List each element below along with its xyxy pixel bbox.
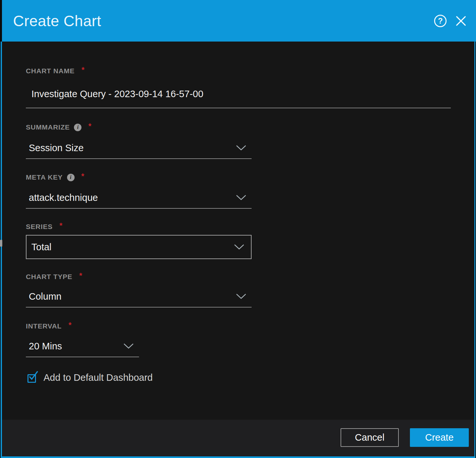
chevron-down-icon bbox=[236, 145, 246, 151]
field-meta-key: META KEY i * bbox=[26, 173, 84, 182]
chart-type-value: Column bbox=[29, 291, 62, 302]
required-asterisk: * bbox=[79, 272, 82, 280]
cancel-button[interactable]: Cancel bbox=[341, 428, 399, 447]
interval-label: INTERVAL bbox=[26, 322, 62, 330]
field-chart-name: CHART NAME * bbox=[26, 66, 84, 76]
dashboard-checkbox-label: Add to Default Dashboard bbox=[44, 372, 153, 383]
dialog-footer: Cancel Create bbox=[2, 420, 474, 456]
info-icon[interactable]: i bbox=[74, 124, 81, 131]
chevron-down-icon bbox=[236, 293, 246, 299]
chart-name-label: CHART NAME bbox=[26, 67, 75, 75]
required-asterisk: * bbox=[60, 221, 62, 230]
header-icons: ? bbox=[434, 0, 467, 42]
field-summarize: SUMMARIZE i * bbox=[26, 123, 91, 132]
dialog-title: Create Chart bbox=[13, 12, 101, 30]
interval-select[interactable]: 20 Mins bbox=[26, 336, 139, 357]
summarize-label: SUMMARIZE bbox=[26, 123, 70, 131]
meta-key-label: META KEY bbox=[26, 173, 63, 181]
field-interval: INTERVAL * bbox=[26, 322, 71, 331]
chevron-down-icon bbox=[234, 244, 244, 250]
required-asterisk: * bbox=[81, 66, 84, 75]
field-chart-type: CHART TYPE * bbox=[26, 272, 82, 281]
chart-type-select[interactable]: Column bbox=[26, 286, 252, 308]
dashboard-checkbox[interactable] bbox=[27, 373, 37, 383]
help-icon[interactable]: ? bbox=[434, 15, 447, 27]
required-asterisk: * bbox=[68, 321, 71, 330]
close-icon[interactable] bbox=[455, 15, 467, 27]
help-icon-glyph: ? bbox=[438, 16, 443, 26]
field-series: SERIES * bbox=[26, 222, 62, 231]
required-asterisk: * bbox=[81, 172, 84, 181]
series-value: Total bbox=[31, 242, 51, 253]
create-button[interactable]: Create bbox=[410, 428, 469, 447]
series-select[interactable]: Total bbox=[26, 235, 252, 259]
summarize-value: Session Size bbox=[29, 143, 84, 153]
chart-type-label: CHART TYPE bbox=[26, 273, 72, 281]
series-label: SERIES bbox=[26, 223, 53, 231]
left-edge-handle[interactable] bbox=[0, 240, 2, 247]
dialog-header: Create Chart ? bbox=[2, 0, 476, 42]
chart-name-input[interactable] bbox=[26, 80, 451, 108]
chevron-down-icon bbox=[236, 195, 246, 201]
meta-key-select[interactable]: attack.technique bbox=[26, 187, 252, 209]
info-icon[interactable]: i bbox=[67, 174, 75, 181]
dialog-body: CHART NAME * SUMMARIZE i * Session Size … bbox=[1, 42, 475, 458]
checkmark-icon bbox=[28, 370, 39, 382]
meta-key-value: attack.technique bbox=[29, 192, 98, 203]
required-asterisk: * bbox=[88, 122, 91, 131]
summarize-select[interactable]: Session Size bbox=[26, 137, 252, 159]
chevron-down-icon bbox=[123, 343, 134, 349]
interval-value: 20 Mins bbox=[29, 341, 62, 352]
dashboard-checkbox-row[interactable]: Add to Default Dashboard bbox=[27, 372, 153, 383]
